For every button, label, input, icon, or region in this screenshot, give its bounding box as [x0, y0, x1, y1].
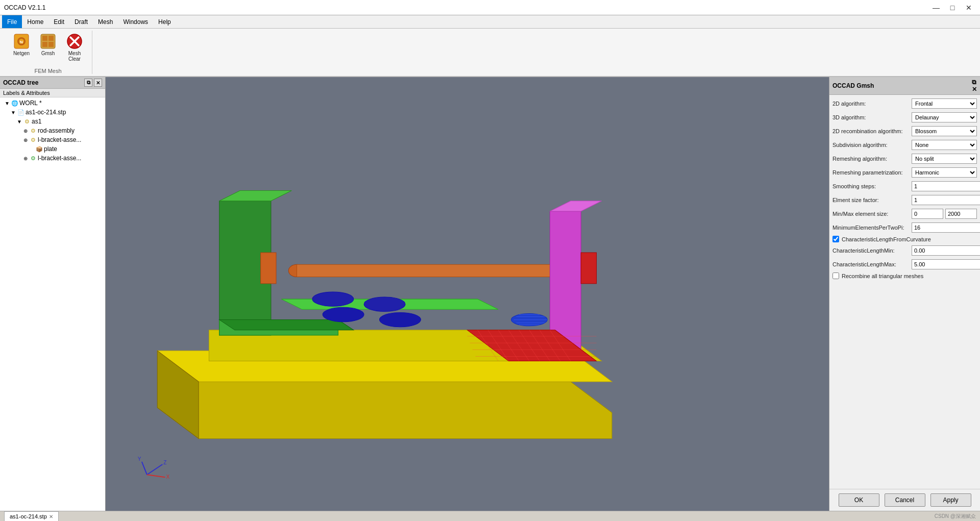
max-elem-input[interactable]	[945, 209, 977, 219]
expand-lbracket1[interactable]: ⊕	[22, 137, 29, 143]
tab-close-button[interactable]: ✕	[49, 514, 53, 519]
expand-worl[interactable]: ▼	[4, 100, 10, 106]
menu-item-edit[interactable]: Edit	[48, 15, 69, 28]
remesh-algo-control: No splitAutomatic	[912, 154, 977, 164]
window-controls: — □ ✕	[929, 3, 976, 13]
char-len-max-input[interactable]	[912, 259, 980, 269]
tree-item-as1-file[interactable]: ▼ 📄 as1-oc-214.stp	[0, 108, 105, 117]
maximize-button[interactable]: □	[945, 3, 960, 13]
plate-icon: 📦	[36, 145, 43, 153]
svg-point-30	[323, 307, 364, 321]
panel-close-button[interactable]: ✕	[94, 79, 102, 87]
mesh-clear-icon	[66, 33, 83, 49]
char-len-max-control: ▲ ▼	[912, 259, 980, 270]
algo3d-row: 3D algorithm: DelaunayFrontalMMG3D	[832, 112, 977, 123]
menu-item-mesh[interactable]: Mesh	[93, 15, 118, 28]
world-icon: 🌐	[11, 100, 18, 107]
tree-area: ▼ 🌐 WORL * ▼ 📄 as1-oc-214.stp ▼ ⚙ as1	[0, 97, 105, 511]
file-icon: 📄	[17, 109, 24, 116]
remesh-algo-select[interactable]: No splitAutomatic	[912, 154, 977, 164]
svg-rect-22	[297, 264, 586, 277]
netgen-button[interactable]: N Netgen	[9, 31, 34, 64]
tree-item-lbracket1[interactable]: ⊕ ⚙ l-bracket-asse...	[0, 135, 105, 144]
min-per-tpi-row: MinimumElementsPerTwoPi: ▲ ▼	[832, 222, 977, 233]
mesh-clear-button[interactable]: Mesh Clear	[62, 31, 87, 64]
algo2d-label: 2D algorithm:	[832, 101, 912, 107]
svg-text:X: X	[166, 474, 169, 480]
remesh-param-control: HarmonicConformal	[912, 167, 977, 178]
char-len-min-input[interactable]	[912, 245, 980, 256]
svg-rect-6	[48, 36, 54, 41]
right-panel-header: OCCAD Gmsh ⧉ ✕	[829, 77, 980, 95]
rod-icon: ⚙	[30, 127, 37, 134]
right-panel-restore-button[interactable]: ⧉	[972, 79, 977, 86]
tree-label-lbracket1: l-bracket-asse...	[38, 136, 81, 143]
tree-item-as1[interactable]: ▼ ⚙ as1	[0, 117, 105, 126]
menu-item-file[interactable]: File	[2, 15, 22, 28]
expand-lbracket2[interactable]: ⊕	[22, 155, 29, 161]
algo2d-control: FrontalDelaunayBamg	[912, 98, 977, 109]
algo2d-row: 2D algorithm: FrontalDelaunayBamg	[832, 98, 977, 109]
netgen-label: Netgen	[13, 51, 30, 56]
minimize-button[interactable]: —	[929, 3, 943, 13]
algo3d-select[interactable]: DelaunayFrontalMMG3D	[912, 112, 977, 122]
smooth-input[interactable]	[912, 181, 980, 191]
char-len-curv-checkbox[interactable]	[832, 236, 839, 242]
gmsh-content: 2D algorithm: FrontalDelaunayBamg 3D alg…	[829, 95, 980, 489]
remesh-algo-label: Remeshing algorithm:	[832, 156, 912, 162]
recombine-row: Recombine all triangular meshes	[832, 272, 977, 279]
right-panel-header-btns: ⧉ ✕	[972, 79, 977, 93]
right-panel-title: OCCAD Gmsh	[832, 82, 874, 89]
tab-as1-file[interactable]: as1-oc-214.stp ✕	[4, 511, 59, 522]
expand-as1-file[interactable]: ▼	[10, 109, 16, 115]
remesh-param-select[interactable]: HarmonicConformal	[912, 167, 977, 178]
close-button[interactable]: ✕	[962, 3, 976, 13]
minmax-label: Min/Max element size:	[832, 211, 912, 217]
minmax-pair	[912, 209, 977, 219]
tree-item-worl[interactable]: ▼ 🌐 WORL *	[0, 98, 105, 108]
tree-label-rod: rod-assembly	[38, 127, 75, 134]
svg-marker-19	[219, 320, 354, 330]
smooth-control: ▲ ▼	[912, 181, 980, 192]
viewport[interactable]: Z Y X	[106, 77, 829, 511]
algo2d-recomb-label: 2D recombination algorithm:	[832, 128, 912, 134]
watermark: CSDN @深湘赋众	[935, 513, 976, 520]
expand-rod[interactable]: ⊕	[22, 128, 29, 134]
elem-size-input[interactable]	[912, 195, 980, 205]
char-len-min-label: CharacteristicLengthMin:	[832, 247, 912, 254]
svg-rect-12	[106, 82, 829, 506]
gmsh-label: Gmsh	[41, 51, 55, 56]
recombine-checkbox[interactable]	[832, 272, 839, 279]
expand-plate	[29, 146, 35, 152]
char-len-curv-row: CharacteristicLengthFromCurvature	[832, 236, 977, 242]
menu-item-help[interactable]: Help	[153, 15, 176, 28]
smooth-row: Smoothing steps: ▲ ▼	[832, 181, 977, 192]
menu-item-windows[interactable]: Windows	[118, 15, 153, 28]
app-title: OCCAD V2.1.1	[4, 4, 45, 11]
subdiv-select[interactable]: NoneAll Quads	[912, 140, 977, 150]
right-panel-close-button[interactable]: ✕	[972, 86, 977, 93]
menu-item-draft[interactable]: Draft	[69, 15, 93, 28]
menu-item-home[interactable]: Home	[22, 15, 48, 28]
title-bar: OCCAD V2.1.1 — □ ✕	[0, 0, 980, 15]
cancel-button[interactable]: Cancel	[885, 493, 925, 507]
min-elem-input[interactable]	[912, 209, 943, 219]
min-per-tpi-label: MinimumElementsPerTwoPi:	[832, 225, 912, 231]
tree-item-lbracket2[interactable]: ⊕ ⚙ l-bracket-asse...	[0, 154, 105, 163]
algo2d-recomb-select[interactable]: BlossomSimple	[912, 126, 977, 136]
char-len-min-control: ▲ ▼	[912, 245, 980, 256]
algo2d-select[interactable]: FrontalDelaunayBamg	[912, 98, 977, 109]
apply-button[interactable]: Apply	[930, 493, 971, 507]
min-per-tpi-input[interactable]	[912, 222, 980, 233]
gmsh-button[interactable]: Gmsh	[36, 31, 60, 64]
menu-bar: File Home Edit Draft Mesh Windows Help	[0, 15, 980, 29]
netgen-icon: N	[13, 33, 30, 49]
svg-rect-26	[581, 253, 596, 284]
panel-restore-button[interactable]: ⧉	[84, 79, 92, 87]
ok-button[interactable]: OK	[839, 493, 879, 507]
left-panel-title: OCCAD tree	[3, 79, 38, 86]
tree-item-plate[interactable]: 📦 plate	[0, 144, 105, 154]
tree-item-rod[interactable]: ⊕ ⚙ rod-assembly	[0, 126, 105, 135]
algo3d-label: 3D algorithm:	[832, 114, 912, 120]
expand-as1[interactable]: ▼	[16, 118, 22, 125]
